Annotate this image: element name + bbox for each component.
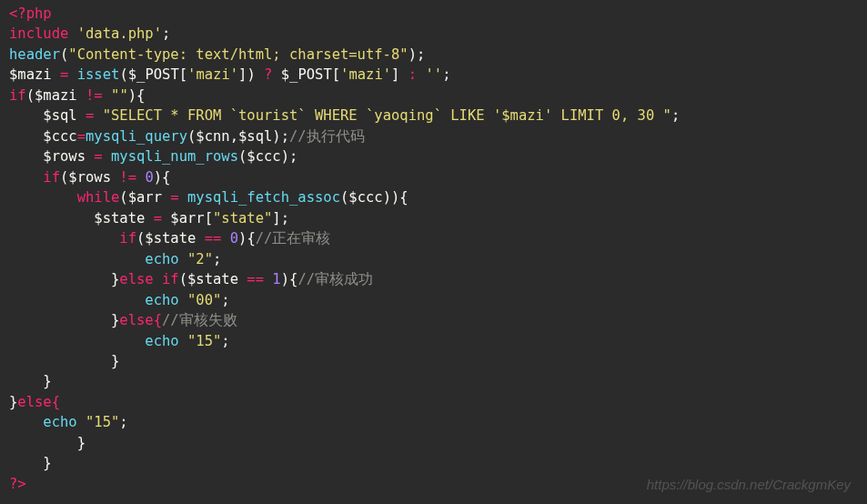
line: <?php xyxy=(9,5,52,22)
line: echo "15"; xyxy=(9,333,230,349)
line: }else{//审核失败 xyxy=(9,312,237,328)
line: include 'data.php'; xyxy=(9,25,170,42)
line: } xyxy=(9,435,86,451)
line: echo "00"; xyxy=(9,292,230,308)
line: echo "2"; xyxy=(9,251,221,267)
line: if($mazi != ""){ xyxy=(9,87,145,104)
line: $ccc=mysqli_query($cnn,$sql);//执行代码 xyxy=(9,128,365,145)
line: $state = $arr["state"]; xyxy=(9,210,289,227)
line: $rows = mysqli_num_rows($ccc); xyxy=(9,148,297,165)
line: } xyxy=(9,455,52,471)
line: echo "15"; xyxy=(9,414,128,430)
line: } xyxy=(9,353,119,369)
line: }else{ xyxy=(9,394,60,410)
line: } xyxy=(9,373,52,389)
code-editor[interactable]: <?php include 'data.php'; header("Conten… xyxy=(9,4,858,494)
line: header("Content-type: text/html; charset… xyxy=(9,46,425,63)
line: $sql = "SELECT * FROM `tourist` WHERE `y… xyxy=(9,107,680,124)
line: ?> xyxy=(9,476,26,492)
watermark-text: https://blog.csdn.net/CrackgmKey xyxy=(647,475,851,495)
line: $mazi = isset($_POST['mazi']) ? $_POST['… xyxy=(9,66,451,83)
line: if($rows != 0){ xyxy=(9,169,170,186)
line: while($arr = mysqli_fetch_assoc($ccc)){ xyxy=(9,189,408,206)
line: }else if($state == 1){//审核成功 xyxy=(9,271,373,287)
line: if($state == 0){//正在审核 xyxy=(9,230,330,247)
